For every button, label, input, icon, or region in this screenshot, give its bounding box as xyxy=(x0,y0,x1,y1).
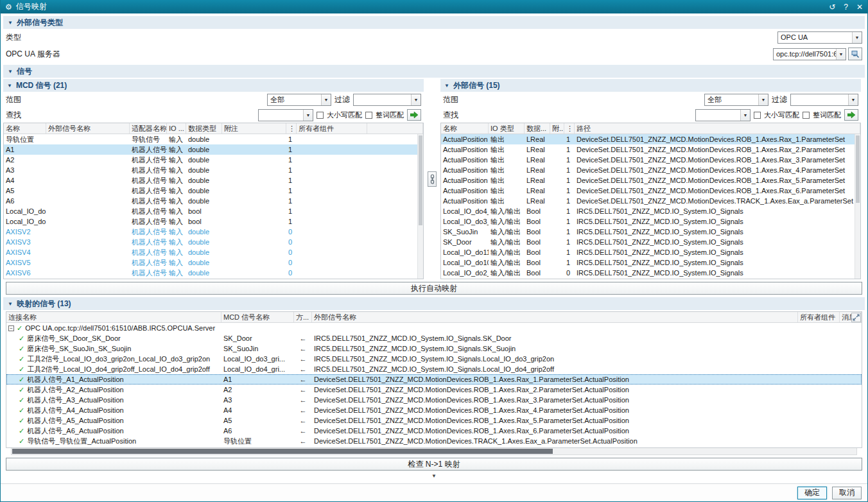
table-row[interactable]: ✓磨床信号_SK_SuoJin_SK_SuojinSK_SuoJin←IRC5.… xyxy=(6,343,862,354)
column-header[interactable]: 连接名称 xyxy=(6,312,221,322)
tree-expander-icon[interactable]: − xyxy=(8,325,14,331)
scrollbar-thumb[interactable] xyxy=(12,449,553,454)
chevron-down-icon[interactable]: ▼ xyxy=(848,94,858,105)
column-header[interactable]: 所有者组件 xyxy=(798,312,840,322)
table-row[interactable]: Local_IO_do3_...输入/输出Bool1IRC5.DELL7501_… xyxy=(441,216,860,227)
close-icon[interactable]: ✕ xyxy=(856,3,863,12)
chevron-down-icon[interactable]: ▼ xyxy=(740,110,750,121)
section-header-signals[interactable]: ▼ 信号 xyxy=(3,65,865,78)
table-row[interactable]: ✓工具2信号_Local_IO_do4_grip2off_Local_IO_do… xyxy=(6,364,862,374)
table-row[interactable]: −✓OPC UA.opc.tcp://dell7501:61510/ABB.IR… xyxy=(6,323,862,333)
column-header[interactable]: MCD 信号名称 xyxy=(221,312,294,322)
table-row[interactable]: SK_SuoJin输入/输出Bool1IRC5.DELL7501_ZNZZ_MC… xyxy=(441,227,860,237)
table-row[interactable]: ✓机器人信号_A6_ActualPositionA6←DeviceSet.DEL… xyxy=(6,426,862,436)
type-combo[interactable]: OPC UA ▼ xyxy=(777,31,862,44)
cancel-button[interactable]: 取消 xyxy=(832,487,862,499)
chevron-down-icon[interactable]: ▼ xyxy=(758,94,768,105)
table-row[interactable]: AXISV5机器人信号输入double0 xyxy=(4,257,423,268)
find-button[interactable] xyxy=(407,109,421,121)
table-row[interactable]: Local_IO_do10...输入/输出Bool1IRC5.DELL7501_… xyxy=(441,257,860,268)
column-header[interactable]: 数据... xyxy=(525,123,550,134)
table-row[interactable]: A2机器人信号输入double1 xyxy=(4,155,423,165)
chevron-down-icon[interactable]: ▼ xyxy=(411,94,421,105)
table-row[interactable]: AXISV2机器人信号输入double0 xyxy=(4,227,423,237)
table-row[interactable]: ActualPosition输出LReal1DeviceSet.DELL7501… xyxy=(441,165,860,175)
section-header-external-type[interactable]: ▼ 外部信号类型 xyxy=(3,16,865,29)
table-row[interactable]: Local_IO_do2_...输入/输出Bool0IRC5.DELL7501_… xyxy=(441,268,860,278)
column-header[interactable]: ⋮ xyxy=(286,123,297,134)
mcd-filter-combo[interactable]: ▼ xyxy=(353,94,421,106)
column-header[interactable] xyxy=(367,123,423,134)
table-row[interactable]: AXISV3机器人信号输入double0 xyxy=(4,237,423,247)
table-row[interactable]: Local_IO_do11...输入/输出Bool1IRC5.DELL7501_… xyxy=(441,247,860,257)
table-row[interactable]: SK_Door输入/输出Bool1IRC5.DELL7501_ZNZZ_MCD.… xyxy=(441,237,860,247)
table-row[interactable]: ✓机器人信号_A1_ActualPositionA1←DeviceSet.DEL… xyxy=(6,374,862,385)
vertical-scrollbar[interactable] xyxy=(855,134,860,279)
expand-collapse-all-button[interactable] xyxy=(851,313,861,322)
section-header-mapped[interactable]: ▼ 映射的信号 (13) xyxy=(3,297,865,310)
table-row[interactable]: A3机器人信号输入double1 xyxy=(4,165,423,175)
find-button[interactable] xyxy=(844,109,858,121)
table-row[interactable]: Local_IO_do11...机器人信号输入bool1 xyxy=(4,216,423,227)
table-row[interactable]: ✓机器人信号_A5_ActualPositionA5←DeviceSet.DEL… xyxy=(6,415,862,426)
chevron-down-icon[interactable]: ▼ xyxy=(852,32,862,43)
table-row[interactable]: A4机器人信号输入double1 xyxy=(4,175,423,186)
table-row[interactable]: Local_IO_do4_...输入/输出Bool1IRC5.DELL7501_… xyxy=(441,206,860,216)
ok-button[interactable]: 确定 xyxy=(797,487,827,499)
table-row[interactable]: AXISV6机器人信号输入double0 xyxy=(4,268,423,278)
table-row[interactable]: ActualPosition输出LReal1DeviceSet.DELL7501… xyxy=(441,134,860,144)
table-row[interactable]: A5机器人信号输入double1 xyxy=(4,186,423,196)
table-row[interactable]: Local_IO_do10...机器人信号输入bool1 xyxy=(4,206,423,216)
table-row[interactable]: 导轨位置导轨信号输入double1 xyxy=(4,134,423,144)
column-header[interactable]: 所有者组件 xyxy=(297,123,367,134)
map-link-button[interactable] xyxy=(428,171,437,187)
horizontal-scrollbar[interactable] xyxy=(11,448,857,455)
column-header[interactable]: 附.. xyxy=(550,123,564,134)
table-row[interactable]: A1机器人信号输入double1 xyxy=(4,144,423,155)
table-row[interactable]: ✓机器人信号_A2_ActualPositionA2←DeviceSet.DEL… xyxy=(6,385,862,395)
help-icon[interactable]: ? xyxy=(844,3,848,12)
table-row[interactable]: ✓机器人信号_A3_ActualPositionA3←DeviceSet.DEL… xyxy=(6,395,862,405)
ext-scope-combo[interactable]: 全部 ▼ xyxy=(704,94,768,106)
external-panel-header[interactable]: ▼ 外部信号 (15) xyxy=(440,79,861,92)
table-row[interactable]: ActualPosition输出LReal1DeviceSet.DELL7501… xyxy=(441,186,860,196)
column-header[interactable]: 外部信号名称 xyxy=(312,312,798,322)
chevron-down-icon[interactable]: ▼ xyxy=(321,94,331,105)
column-header[interactable]: 外部信号名称 xyxy=(46,123,130,134)
match-case-checkbox[interactable] xyxy=(317,112,324,119)
table-row[interactable]: ✓机器人信号_A4_ActualPositionA4←DeviceSet.DEL… xyxy=(6,405,862,415)
match-case-checkbox[interactable] xyxy=(754,112,761,119)
scrollbar-thumb[interactable] xyxy=(419,135,422,225)
browse-server-button[interactable] xyxy=(848,48,862,60)
table-row[interactable]: ✓导轨信号_导轨位置_ActualPosition导轨位置←DeviceSet.… xyxy=(6,436,862,446)
column-header[interactable]: 路径 xyxy=(575,123,860,134)
chevron-down-icon[interactable]: ▼ xyxy=(836,49,846,60)
mcd-panel-header[interactable]: ▼ MCD 信号 (21) xyxy=(3,79,424,92)
column-header[interactable]: IO 类型 xyxy=(489,123,525,134)
table-row[interactable]: ✓磨床信号_SK_Door_SK_DoorSK_Door←IRC5.DELL75… xyxy=(6,333,862,343)
auto-map-button[interactable]: 执行自动映射 xyxy=(6,282,862,295)
table-row[interactable]: A6机器人信号输入double1 xyxy=(4,196,423,206)
reset-icon[interactable]: ↺ xyxy=(829,3,835,12)
table-row[interactable]: ActualPosition输出LReal1DeviceSet.DELL7501… xyxy=(441,144,860,155)
column-header[interactable]: 名称 xyxy=(4,123,46,134)
column-header[interactable]: 数据类型 xyxy=(186,123,222,134)
table-row[interactable]: ActualPosition输出LReal1DeviceSet.DELL7501… xyxy=(441,175,860,186)
check-n-to-1-button[interactable]: 检查 N->1 映射 xyxy=(6,458,862,471)
column-header[interactable]: 方... xyxy=(294,312,312,322)
column-header[interactable]: IO ... xyxy=(167,123,186,134)
whole-word-checkbox[interactable] xyxy=(365,112,372,119)
ext-find-combo[interactable]: ▼ xyxy=(695,109,751,121)
mcd-find-combo[interactable]: ▼ xyxy=(258,109,313,121)
table-row[interactable]: ActualPosition输出LReal1DeviceSet.DELL7501… xyxy=(441,155,860,165)
vertical-scrollbar[interactable] xyxy=(417,134,423,279)
table-row[interactable]: AXISV4机器人信号输入double0 xyxy=(4,247,423,257)
dialog-collapse-handle[interactable]: ▼ xyxy=(1,472,867,480)
chevron-down-icon[interactable]: ▼ xyxy=(303,110,313,121)
mcd-scope-combo[interactable]: 全部 ▼ xyxy=(267,94,331,106)
table-row[interactable]: ✓工具2信号_Local_IO_do3_grip2on_Local_IO_do3… xyxy=(6,354,862,364)
whole-word-checkbox[interactable] xyxy=(803,112,810,119)
column-header[interactable]: ⋮ xyxy=(564,123,575,134)
scrollbar-thumb[interactable] xyxy=(856,135,860,203)
column-header[interactable]: 适配器名称 xyxy=(130,123,167,134)
